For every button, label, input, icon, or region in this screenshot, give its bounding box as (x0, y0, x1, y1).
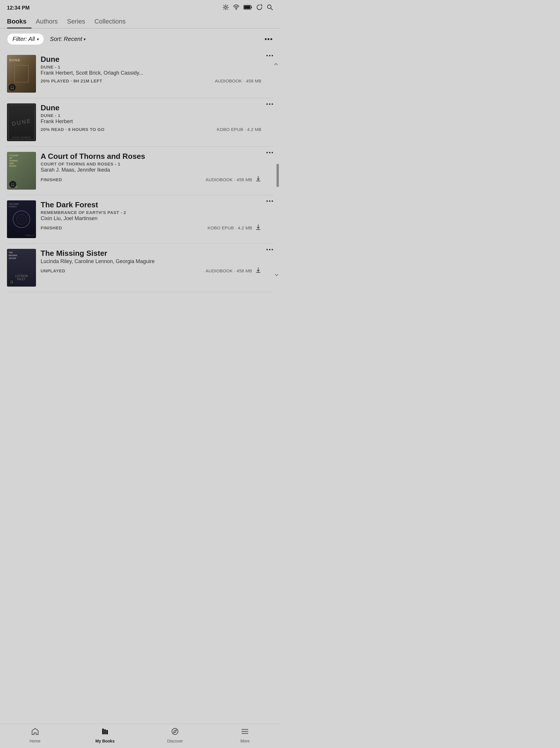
book-series: COURT OF THORNS AND ROSES - 1 (41, 161, 262, 166)
book-title[interactable]: Dune (41, 103, 262, 112)
chevron-down-icon: ▾ (36, 37, 39, 42)
book-item: THEMISSINGSISTER LUCINDARILEY 🎧 The Miss… (7, 243, 273, 292)
book-meta: FINISHED KOBO EPUB · 4.2 MB (41, 224, 262, 231)
book-actions-missing-sister (266, 249, 273, 250)
book-author: Frank Herbert, Scott Brick, Orlagh Cassi… (41, 70, 262, 76)
book-author: Cixin Liu, Joel Martinsen (41, 215, 262, 221)
book-meta: UNPLAYED AUDIOBOOK · 458 MB (41, 267, 262, 274)
book-status: FINISHED (41, 225, 62, 230)
book-series: REMEMBRANCE OF EARTH'S PAST - 2 (41, 210, 262, 215)
book-meta: 20% READ · 8 HOURS TO GO KOBO EPUB · 4.2… (41, 127, 262, 132)
book-info-dark-forest: The Dark Forest REMEMBRANCE OF EARTH'S P… (41, 200, 273, 231)
sync-icon[interactable] (256, 4, 263, 12)
book-cover-dune-epub[interactable]: DUNE FRANK HERBERT (7, 103, 36, 141)
book-menu-button[interactable] (266, 103, 273, 105)
svg-line-5 (224, 5, 224, 6)
book-menu-button[interactable] (266, 249, 273, 250)
audiobook-badge-ms: 🎧 (9, 279, 15, 285)
book-menu-button[interactable] (266, 55, 273, 56)
book-status: FINISHED (41, 177, 62, 182)
book-item: A COURTOFTHORNSANDROSES LP MAAS 🎧 A Cour… (7, 147, 273, 195)
book-info-dune-audio: Dune DUNE - 1 Frank Herbert, Scott Brick… (41, 55, 273, 83)
book-author: Sarah J. Maas, Jennifer Ikeda (41, 167, 262, 173)
book-series: DUNE - 1 (41, 113, 262, 118)
book-actions-dark-forest (266, 200, 273, 202)
status-bar: 12:34 PM (0, 0, 280, 15)
download-icon[interactable] (255, 176, 262, 184)
book-format: AUDIOBOOK · 458 MB (206, 177, 252, 182)
svg-line-7 (224, 9, 224, 9)
svg-line-6 (227, 9, 228, 9)
book-status: 20% PLAYED · 8H 21M LEFT (41, 78, 102, 83)
book-cover-missing-sister[interactable]: THEMISSINGSISTER LUCINDARILEY 🎧 (7, 249, 36, 287)
status-time: 12:34 PM (7, 5, 30, 11)
scrollbar-thumb[interactable] (276, 164, 279, 187)
sort-chevron-icon: ▾ (83, 37, 85, 42)
book-list: DUNE 🎧 Dune DUNE - 1 Frank Herbert, Scot… (0, 50, 280, 292)
audiobook-badge-acotar: 🎧 (9, 181, 16, 188)
brightness-icon[interactable] (223, 4, 229, 12)
book-meta: FINISHED AUDIOBOOK · 458 MB (41, 176, 262, 184)
book-cover-acotar[interactable]: A COURTOFTHORNSANDROSES LP MAAS 🎧 (7, 152, 36, 190)
status-icons (223, 4, 273, 12)
filter-button[interactable]: Filter: All ▾ (7, 33, 44, 45)
search-icon[interactable] (267, 4, 273, 12)
sort-button[interactable]: Sort: Recent ▾ (50, 36, 85, 42)
book-item: DUNE 🎧 Dune DUNE - 1 Frank Herbert, Scot… (7, 50, 273, 98)
download-icon[interactable] (255, 267, 262, 274)
book-format: KOBO EPUB · 4.2 MB (217, 127, 262, 132)
svg-rect-11 (244, 6, 250, 9)
book-title[interactable]: A Court of Thorns and Roses (41, 152, 262, 161)
tab-books[interactable]: Books (7, 15, 32, 28)
nav-tabs: Books Authors Series Collections (0, 15, 280, 28)
book-info-acotar: A Court of Thorns and Roses COURT OF THO… (41, 152, 273, 184)
svg-point-0 (225, 6, 227, 8)
audiobook-badge: 🎧 (9, 84, 16, 91)
tab-authors[interactable]: Authors (36, 15, 63, 28)
book-format: AUDIOBOOK · 458 MB (215, 78, 262, 83)
svg-line-8 (227, 5, 228, 6)
book-title[interactable]: The Dark Forest (41, 200, 262, 209)
scrollbar[interactable] (275, 50, 280, 292)
book-actions-dune-epub (266, 103, 273, 105)
book-actions-acotar (266, 152, 273, 153)
book-info-dune-epub: Dune DUNE - 1 Frank Herbert 20% READ · 8… (41, 103, 273, 132)
book-menu-button[interactable] (266, 152, 273, 153)
book-series: DUNE - 1 (41, 65, 262, 69)
svg-point-9 (236, 9, 237, 9)
book-title[interactable]: Dune (41, 55, 262, 64)
more-options-button[interactable]: ••• (265, 36, 273, 43)
book-item: DUNE FRANK HERBERT Dune DUNE - 1 Frank H… (7, 98, 273, 147)
tab-series[interactable]: Series (67, 15, 90, 28)
download-icon[interactable] (255, 224, 262, 231)
book-menu-button[interactable] (266, 200, 273, 202)
svg-rect-12 (251, 6, 252, 8)
book-status: UNPLAYED (41, 268, 65, 273)
book-status: 20% READ · 8 HOURS TO GO (41, 127, 104, 132)
book-cover-dark-forest[interactable]: THE DARKFOREST CIXIN LIU (7, 200, 36, 238)
book-author: Frank Herbert (41, 118, 262, 124)
filter-row: Filter: All ▾ Sort: Recent ▾ ••• (0, 28, 280, 50)
book-item: THE DARKFOREST CIXIN LIU The Dark Forest… (7, 195, 273, 243)
book-title[interactable]: The Missing Sister (41, 249, 262, 258)
battery-icon (243, 5, 252, 11)
book-meta: 20% PLAYED · 8H 21M LEFT AUDIOBOOK · 458… (41, 78, 262, 83)
book-actions-dune-audio (266, 55, 273, 56)
book-info-missing-sister: The Missing Sister Lucinda Riley, Caroli… (41, 249, 273, 274)
tab-collections[interactable]: Collections (94, 15, 131, 28)
svg-line-14 (271, 8, 272, 10)
book-format: AUDIOBOOK · 458 MB (206, 268, 252, 273)
book-author: Lucinda Riley, Caroline Lennon, Georgia … (41, 258, 262, 264)
book-format: KOBO EPUB · 4.2 MB (208, 225, 252, 230)
book-cover-dune-audio[interactable]: DUNE 🎧 (7, 55, 36, 93)
wifi-icon (233, 4, 239, 12)
